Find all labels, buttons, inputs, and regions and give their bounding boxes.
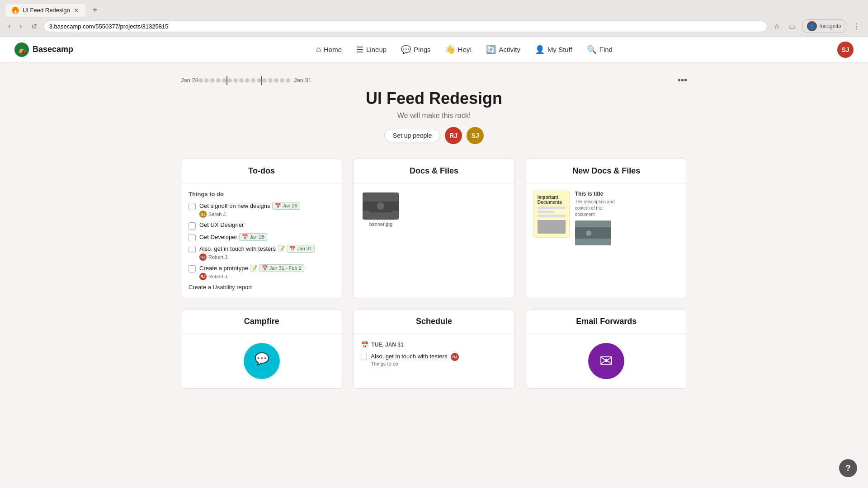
app-logo[interactable]: ⛺ Basecamp	[14, 42, 73, 57]
timeline-date-left: Jan 28	[181, 77, 198, 84]
find-label: Find	[599, 46, 613, 53]
browser-tab[interactable]: 🔥 UI Feed Redesign ✕	[5, 4, 85, 17]
project-header: UI Feed Redesign We will make this rock!…	[181, 89, 687, 144]
incognito-badge: 👤 Incognito	[802, 19, 846, 33]
todo-checkbox[interactable]	[189, 246, 196, 253]
activity-label: Activity	[499, 46, 520, 53]
assignee-name: Sarah J.	[208, 211, 227, 217]
todo-checkbox[interactable]	[189, 265, 196, 272]
document-text[interactable]: This is title The description and conten…	[575, 191, 620, 245]
text-doc-img	[575, 221, 611, 245]
todo-assignee: RJ Robert J.	[199, 253, 335, 261]
sidebar-button[interactable]: ▭	[786, 20, 798, 33]
doc-thumb-img	[363, 192, 399, 220]
logo-text: Basecamp	[33, 45, 73, 54]
text-doc-thumbnail	[575, 221, 611, 245]
todo-note-icon: 📝	[278, 245, 285, 252]
app-nav: ⛺ Basecamp ⌂ Home ☰ Lineup 💬 Pings 👋 Hey…	[0, 37, 868, 62]
url-input[interactable]	[49, 23, 762, 30]
timeline-dot	[268, 78, 273, 83]
schedule-card-body: 📅 TUE, JAN 31 Also, get in touch with te…	[354, 334, 514, 374]
svg-point-2	[377, 202, 384, 210]
new-docs-card: New Docs & Files Important Documents	[526, 159, 687, 298]
todo-text: Also, get in touch with testers 📝 📅 Jan …	[199, 245, 335, 253]
timeline-dot	[227, 78, 232, 83]
todo-label: Get UX Designer	[199, 221, 244, 228]
address-bar[interactable]	[43, 21, 768, 32]
todo-date-badge: 📅 Jan 31 - Feb 2	[259, 264, 304, 272]
browser-chrome: 🔥 UI Feed Redesign ✕ + ‹ › ↺ ☆ ▭ 👤 Incog…	[0, 0, 868, 37]
nav-item-my-stuff[interactable]: 👤 My Stuff	[528, 41, 579, 58]
nav-item-hey[interactable]: 👋 Hey!	[439, 41, 478, 58]
todo-label: Also, get in touch with testers	[199, 245, 276, 252]
timeline-more-button[interactable]: •••	[678, 75, 687, 85]
nav-items: ⌂ Home ☰ Lineup 💬 Pings 👋 Hey! 🔄 Activit…	[91, 41, 837, 58]
assignee-avatar: RJ	[199, 253, 207, 261]
assignee-name: Robert J.	[208, 254, 229, 260]
schedule-item-sub: Things to do	[371, 361, 459, 366]
browser-toolbar: ‹ › ↺ ☆ ▭ 👤 Incognito ⋮	[0, 17, 868, 37]
sched-avatar: RJ	[451, 353, 459, 361]
tab-close-button[interactable]: ✕	[74, 7, 79, 14]
docs-card: Docs & Files banner.jpg	[353, 159, 514, 298]
back-button[interactable]: ‹	[5, 20, 13, 32]
doc-line	[538, 211, 554, 213]
svg-point-6	[586, 230, 591, 236]
assignee-avatar: RJ	[199, 273, 207, 280]
avatar-sj[interactable]: SJ	[467, 127, 484, 144]
timeline-dot	[198, 78, 203, 83]
hey-label: Hey!	[458, 46, 472, 53]
todo-checkbox[interactable]	[189, 203, 196, 210]
svg-rect-3	[369, 211, 392, 212]
campfire-svg: 💬	[250, 350, 273, 372]
timeline-dot	[216, 78, 221, 83]
schedule-card-header: Schedule	[354, 310, 514, 334]
avatar-rj[interactable]: RJ	[445, 127, 462, 144]
reload-button[interactable]: ↺	[28, 20, 40, 33]
main-content: Jan 28 Jan 31 ••• UI Feed	[163, 62, 705, 408]
doc-line	[538, 215, 566, 217]
list-item: Also, get in touch with testers 📝 📅 Jan …	[189, 245, 335, 261]
home-icon: ⌂	[316, 45, 321, 54]
nav-item-activity[interactable]: 🔄 Activity	[480, 41, 527, 58]
svg-text:💬: 💬	[255, 352, 269, 366]
list-item: Get UX Designer	[189, 221, 335, 230]
user-avatar[interactable]: SJ	[837, 42, 854, 58]
cards-grid-top: To-dos Things to do Get signoff on new d…	[181, 159, 687, 298]
todo-checkbox[interactable]	[189, 222, 196, 230]
banner-img	[363, 192, 399, 220]
todo-text: Get signoff on new designs 📅 Jan 28	[199, 202, 335, 210]
todos-card-body: Things to do Get signoff on new designs …	[181, 183, 342, 298]
todo-date-badge: 📅 Jan 31	[287, 245, 315, 253]
todo-label: Get Developer	[199, 234, 237, 240]
doc-thumbnail[interactable]: banner.jpg	[363, 192, 399, 227]
nav-item-lineup[interactable]: ☰ Lineup	[350, 41, 393, 58]
nav-item-pings[interactable]: 💬 Pings	[395, 41, 437, 58]
setup-people-button[interactable]: Set up people	[384, 129, 440, 142]
new-tab-button[interactable]: +	[89, 4, 101, 17]
timeline-dot	[239, 78, 244, 83]
text-doc-desc: The description and content of the docum…	[575, 199, 620, 218]
timeline-dot	[210, 78, 215, 83]
todo-text: Get UX Designer	[199, 221, 335, 228]
todo-checkbox[interactable]	[189, 234, 196, 241]
todo-content: Get signoff on new designs 📅 Jan 28 SJ S…	[199, 202, 335, 218]
nav-item-home[interactable]: ⌂ Home	[310, 41, 348, 58]
doc-filename: banner.jpg	[369, 221, 392, 227]
schedule-checkbox[interactable]	[361, 354, 367, 360]
new-docs-card-header: New Docs & Files	[526, 159, 687, 183]
doc-line	[538, 206, 566, 209]
create-link[interactable]: Create a Usability report	[189, 284, 335, 291]
forward-button[interactable]: ›	[17, 20, 24, 32]
assignee-avatar: SJ	[199, 211, 207, 218]
project-people: Set up people RJ SJ	[181, 127, 687, 144]
menu-button[interactable]: ⋮	[850, 20, 863, 33]
timeline-dot	[245, 78, 250, 83]
nav-item-find[interactable]: 🔍 Find	[580, 41, 619, 58]
browser-titlebar: 🔥 UI Feed Redesign ✕ +	[0, 0, 868, 17]
bookmark-button[interactable]: ☆	[771, 20, 783, 33]
document-card[interactable]: Important Documents	[533, 191, 570, 245]
timeline-dot	[204, 78, 209, 83]
doc-card-lines	[538, 206, 566, 217]
timeline-date-right: Jan 31	[294, 77, 311, 84]
